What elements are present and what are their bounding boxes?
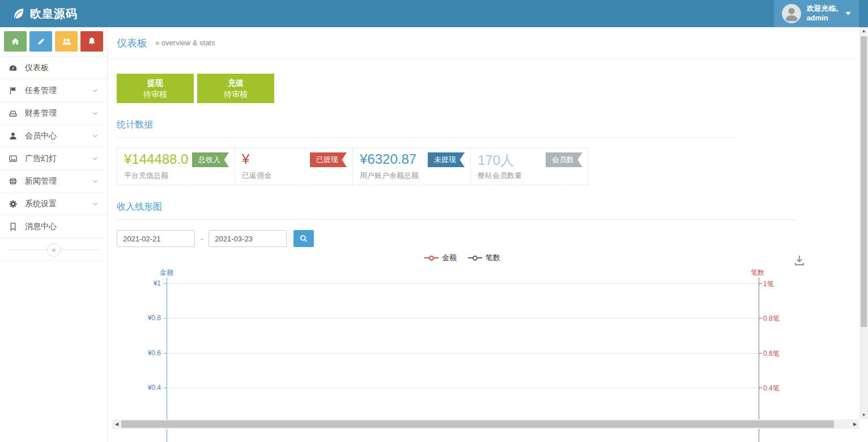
left-tick-label: ¥0.4 — [117, 384, 161, 392]
horizontal-scrollbar[interactable]: ◀ ▶ — [112, 419, 860, 429]
chevron-down-icon — [92, 155, 99, 162]
status-badge: 已提现 — [310, 152, 347, 167]
tick — [164, 388, 167, 388]
flag-icon — [8, 86, 18, 95]
scroll-left-arrow[interactable]: ◀ — [112, 419, 121, 429]
drive-icon — [8, 109, 18, 118]
right-tick-label: 0.4笔 — [763, 384, 780, 393]
chevron-down-icon — [92, 87, 99, 94]
legend-label: 金额 — [442, 253, 457, 263]
sidebar-item-label: 消息中心 — [25, 222, 57, 232]
users-icon — [62, 37, 71, 46]
members-button[interactable] — [55, 31, 78, 52]
avatar — [782, 4, 801, 23]
left-tick-label: ¥1 — [117, 279, 161, 287]
left-tick-label: ¥0.8 — [117, 314, 161, 322]
caret-down-icon — [845, 12, 851, 15]
pending-actions: 提现 待审核 充值 待审核 — [117, 74, 850, 103]
chevron-down-icon — [92, 178, 99, 185]
date-filter: - — [117, 230, 850, 247]
breadcrumb: 仪表板 » overview & stats — [108, 27, 860, 59]
vertical-scroll-thumb[interactable] — [861, 36, 867, 327]
sidebar-item-messages[interactable]: 消息中心 — [0, 215, 107, 238]
button-line1: 充值 — [228, 77, 244, 88]
sidebar-item-news[interactable]: 新闻管理 — [0, 170, 107, 193]
image-icon — [8, 154, 18, 163]
tick — [759, 388, 762, 388]
right-tick-label: 1笔 — [763, 279, 774, 289]
income-section-title: 收入线形图 — [117, 201, 850, 213]
page-title: 仪表板 — [117, 36, 147, 50]
status-badge: 会员数 — [546, 152, 582, 167]
button-line2: 待审核 — [143, 88, 167, 100]
sidebar-item-members[interactable]: 会员中心 — [0, 125, 107, 147]
notifications-button[interactable] — [80, 31, 103, 52]
legend-item-amount[interactable]: 金额 — [424, 253, 457, 263]
horizontal-scroll-thumb[interactable] — [121, 420, 834, 428]
sidebar-item-finance[interactable]: 财务管理 — [0, 102, 107, 125]
sidebar-item-label: 财务管理 — [25, 108, 57, 118]
left-tick-label: ¥0.6 — [117, 349, 161, 357]
stat-cards: ¥144488.0 总收入 平台充值总额 ¥ 已提现 已返佣金 ¥6320.87… — [117, 148, 850, 185]
sidebar: 仪表板 任务管理 财务管理 会员中心 — [0, 27, 108, 442]
stat-label: 已返佣金 — [242, 171, 271, 181]
globe-icon — [8, 177, 18, 186]
sidebar-collapse-button[interactable]: « — [47, 243, 61, 257]
stat-card-balance: ¥6320.87 未提现 用户账户余额总额 — [352, 148, 471, 185]
left-axis-title: 金额 — [160, 268, 173, 278]
dashboard-icon — [8, 63, 18, 73]
date-separator: - — [201, 235, 203, 243]
left-axis-line — [167, 278, 167, 442]
leaf-icon — [12, 7, 25, 20]
date-to-input[interactable] — [209, 230, 287, 247]
sidebar-item-settings[interactable]: 系统设置 — [0, 193, 107, 215]
legend-marker — [429, 256, 434, 261]
right-axis-title: 笔数 — [751, 268, 764, 278]
right-axis-line — [759, 278, 759, 442]
withdraw-review-button[interactable]: 提现 待审核 — [117, 74, 194, 103]
gear-icon — [8, 199, 18, 209]
button-line1: 提现 — [147, 77, 163, 88]
pencil-icon — [37, 37, 45, 46]
download-icon[interactable] — [793, 254, 806, 266]
legend-line — [468, 257, 473, 258]
edit-button[interactable] — [29, 31, 52, 52]
stat-label: 平台充值总额 — [124, 171, 168, 181]
legend-line — [434, 257, 439, 258]
stat-label: 用户账户余额总额 — [360, 171, 419, 181]
username: admin — [806, 14, 838, 23]
sidebar-item-label: 会员中心 — [25, 131, 57, 141]
scroll-right-arrow[interactable]: ▶ — [850, 419, 860, 429]
breadcrumb-path: » overview & stats — [155, 39, 215, 47]
user-menu[interactable]: 欢迎光临, admin — [774, 0, 859, 27]
sidebar-item-dashboard[interactable]: 仪表板 — [0, 57, 107, 79]
sidebar-item-label: 系统设置 — [25, 199, 57, 209]
scroll-down-arrow[interactable]: ▼ — [860, 411, 868, 419]
gridline — [167, 388, 759, 388]
sidebar-item-ads[interactable]: 广告幻灯 — [0, 147, 107, 170]
home-button[interactable] — [4, 31, 27, 52]
sidebar-item-label: 广告幻灯 — [25, 154, 57, 164]
tick — [759, 283, 762, 284]
bookmark-icon — [8, 222, 18, 231]
tick — [164, 283, 167, 284]
recharge-review-button[interactable]: 充值 待审核 — [197, 74, 274, 103]
legend-item-count[interactable]: 笔数 — [468, 253, 500, 263]
date-from-input[interactable] — [117, 230, 195, 247]
right-tick-label: 0.8笔 — [763, 314, 780, 324]
tick — [164, 318, 167, 318]
sidebar-item-tasks[interactable]: 任务管理 — [0, 79, 107, 102]
legend-label: 笔数 — [486, 253, 500, 263]
welcome-text: 欢迎光临, admin — [806, 4, 838, 23]
stat-card-members: 170人 会员数 整站会员数量 — [470, 148, 589, 185]
tick — [759, 353, 762, 354]
scroll-up-arrow[interactable]: ▲ — [860, 27, 868, 35]
tick — [164, 353, 167, 354]
tick — [759, 318, 762, 318]
stats-section-title: 统计数据 — [117, 119, 850, 131]
stat-label: 整站会员数量 — [478, 171, 522, 181]
search-button[interactable] — [293, 230, 314, 247]
vertical-scrollbar[interactable]: ▲ ▼ — [860, 27, 868, 419]
app-header: 欧皇源码 欢迎光临, admin — [0, 0, 868, 27]
gridline — [167, 318, 759, 318]
